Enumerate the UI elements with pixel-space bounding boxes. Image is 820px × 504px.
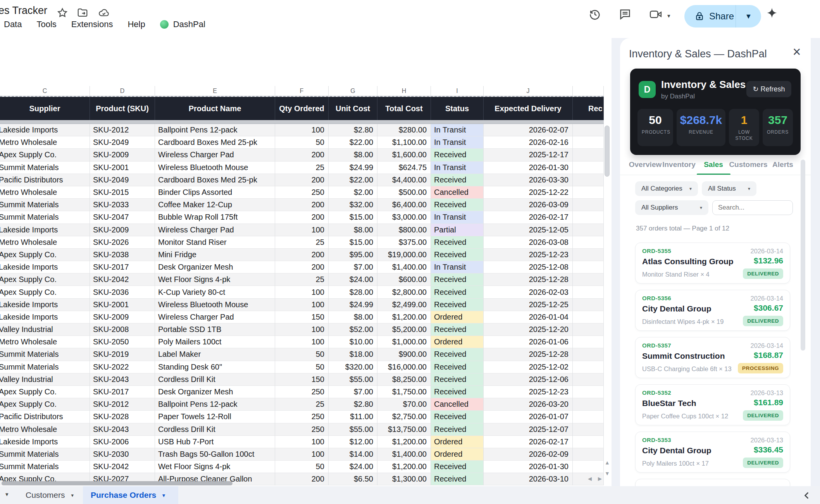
cell[interactable]: $8.00 bbox=[329, 149, 377, 161]
cell[interactable]: $320.00 bbox=[329, 361, 377, 373]
scroll-right-button[interactable]: ▶ bbox=[596, 475, 604, 483]
cell[interactable]: USB Hub 7-Port bbox=[155, 436, 275, 448]
cell[interactable]: $8.00 bbox=[329, 224, 377, 236]
cell[interactable]: Standing Desk 60" bbox=[155, 361, 275, 373]
scroll-down-button[interactable]: ▼ bbox=[603, 470, 611, 477]
cell[interactable]: In Transit bbox=[431, 261, 484, 274]
cell[interactable]: 2026-01-04 bbox=[484, 311, 573, 323]
cell[interactable]: $1,750.00 bbox=[377, 386, 431, 398]
order-card[interactable]: ORD-5356City Dental GroupDisinfectant Wi… bbox=[635, 290, 790, 331]
cell[interactable]: $1,300.00 bbox=[377, 473, 431, 485]
cell[interactable]: $7.00 bbox=[329, 386, 377, 398]
cell[interactable]: 250 bbox=[275, 423, 329, 436]
cell[interactable] bbox=[573, 162, 604, 174]
cell[interactable]: SKU-2028 bbox=[90, 411, 155, 423]
column-letter-D[interactable]: D bbox=[90, 86, 155, 96]
cell[interactable]: 150 bbox=[275, 311, 329, 323]
cell[interactable] bbox=[573, 448, 604, 461]
cell[interactable]: $13,750.00 bbox=[377, 423, 431, 436]
cell[interactable]: 200 bbox=[275, 149, 329, 161]
cell[interactable]: $6.50 bbox=[329, 473, 377, 485]
cell[interactable]: 2025-12-23 bbox=[484, 249, 573, 261]
column-letter-k[interactable] bbox=[573, 86, 604, 96]
cell[interactable]: Valley Industrial bbox=[0, 323, 90, 336]
cell[interactable]: $70.00 bbox=[377, 398, 431, 411]
cell[interactable]: $10.00 bbox=[329, 336, 377, 348]
collapse-panel-chevron[interactable] bbox=[800, 489, 814, 502]
cell[interactable]: 2026-03-10 bbox=[484, 473, 573, 485]
cell[interactable]: 250 bbox=[275, 386, 329, 398]
filter-all-categories[interactable]: All Categories▾ bbox=[635, 181, 698, 196]
cell[interactable]: Received bbox=[431, 249, 484, 261]
cell[interactable]: SKU-2050 bbox=[90, 336, 155, 348]
header-cell[interactable]: Unit Cost bbox=[329, 97, 377, 120]
cell[interactable]: Pacific Distributors bbox=[0, 174, 90, 186]
cell[interactable]: Monitor Stand Riser bbox=[155, 236, 275, 249]
cell[interactable]: Label Maker bbox=[155, 348, 275, 361]
share-caret-icon[interactable]: ▼ bbox=[736, 12, 761, 21]
cell[interactable]: 25 bbox=[275, 274, 329, 286]
cell[interactable]: $22.00 bbox=[329, 174, 377, 186]
cell[interactable]: $1,100.00 bbox=[377, 136, 431, 149]
cell[interactable]: Received bbox=[431, 473, 484, 485]
cell[interactable]: SKU-2015 bbox=[90, 186, 155, 199]
cell[interactable]: In Transit bbox=[431, 136, 484, 149]
cell[interactable]: SKU-2017 bbox=[90, 386, 155, 398]
cell[interactable]: SKU-2036 bbox=[90, 286, 155, 298]
cell[interactable]: 200 bbox=[275, 249, 329, 261]
column-letter-H[interactable]: H bbox=[377, 86, 431, 96]
cell[interactable]: SKU-2006 bbox=[90, 436, 155, 448]
menu-dashpal-addon[interactable]: DashPal bbox=[160, 19, 205, 29]
cell[interactable] bbox=[573, 348, 604, 361]
cell[interactable]: SKU-2030 bbox=[90, 448, 155, 461]
cell[interactable] bbox=[573, 186, 604, 199]
column-letter-E[interactable]: E bbox=[155, 86, 275, 96]
cell[interactable]: 250 bbox=[275, 411, 329, 423]
cell[interactable] bbox=[573, 211, 604, 224]
document-title[interactable]: es Tracker bbox=[0, 5, 47, 17]
cell[interactable]: 2026-03-08 bbox=[484, 236, 573, 249]
cell[interactable]: Portable SSD 1TB bbox=[155, 323, 275, 336]
order-card[interactable]: ORD-5352BlueStar TechPaper Coffee Cups 1… bbox=[635, 384, 790, 425]
cell[interactable]: Ordered bbox=[431, 311, 484, 323]
cell[interactable]: $32.00 bbox=[329, 199, 377, 211]
cell[interactable]: Lakeside Imports bbox=[0, 436, 90, 448]
column-letter-F[interactable]: F bbox=[275, 86, 329, 96]
cell[interactable]: Summit Materials bbox=[0, 199, 90, 211]
cell[interactable]: Ordered bbox=[431, 436, 484, 448]
cell[interactable]: Received bbox=[431, 199, 484, 211]
cell[interactable]: $19,000.00 bbox=[377, 249, 431, 261]
cell[interactable]: Binder Clips Assorted bbox=[155, 186, 275, 199]
header-cell[interactable]: Product (SKU) bbox=[90, 97, 155, 120]
menu-data[interactable]: Data bbox=[4, 19, 22, 29]
cell[interactable]: 100 bbox=[275, 124, 329, 136]
cell[interactable]: $6,400.00 bbox=[377, 199, 431, 211]
cell[interactable]: Received bbox=[431, 274, 484, 286]
cell[interactable]: $3,000.00 bbox=[377, 211, 431, 224]
column-letter-I[interactable]: I bbox=[431, 86, 484, 96]
cell[interactable]: Ballpoint Pens 12-pack bbox=[155, 398, 275, 411]
cell[interactable] bbox=[573, 136, 604, 149]
cell[interactable]: $500.00 bbox=[377, 186, 431, 199]
video-call-icon[interactable] bbox=[649, 8, 663, 21]
cell[interactable]: SKU-2042 bbox=[90, 274, 155, 286]
cell[interactable]: Summit Materials bbox=[0, 162, 90, 174]
cell[interactable] bbox=[573, 373, 604, 386]
cell[interactable]: 2025-12-22 bbox=[484, 186, 573, 199]
cell[interactable]: 100 bbox=[275, 224, 329, 236]
cell[interactable]: 100 bbox=[275, 436, 329, 448]
cell[interactable]: SKU-2049 bbox=[90, 136, 155, 149]
filter-all-status[interactable]: All Status▾ bbox=[702, 181, 756, 196]
cell[interactable]: Received bbox=[431, 373, 484, 386]
cell[interactable]: Apex Supply Co. bbox=[0, 274, 90, 286]
cell[interactable]: Lakeside Imports bbox=[0, 311, 90, 323]
cell[interactable]: 100 bbox=[275, 286, 329, 298]
cell[interactable]: $28.00 bbox=[329, 286, 377, 298]
cell[interactable]: 2026-01-30 bbox=[484, 162, 573, 174]
cell[interactable]: $2,800.00 bbox=[377, 286, 431, 298]
cell[interactable]: $7.00 bbox=[329, 261, 377, 274]
cell[interactable] bbox=[573, 411, 604, 423]
cell[interactable]: $1,000.00 bbox=[377, 336, 431, 348]
cell[interactable]: Pacific Distributors bbox=[0, 411, 90, 423]
cell[interactable]: Mini Fridge bbox=[155, 249, 275, 261]
